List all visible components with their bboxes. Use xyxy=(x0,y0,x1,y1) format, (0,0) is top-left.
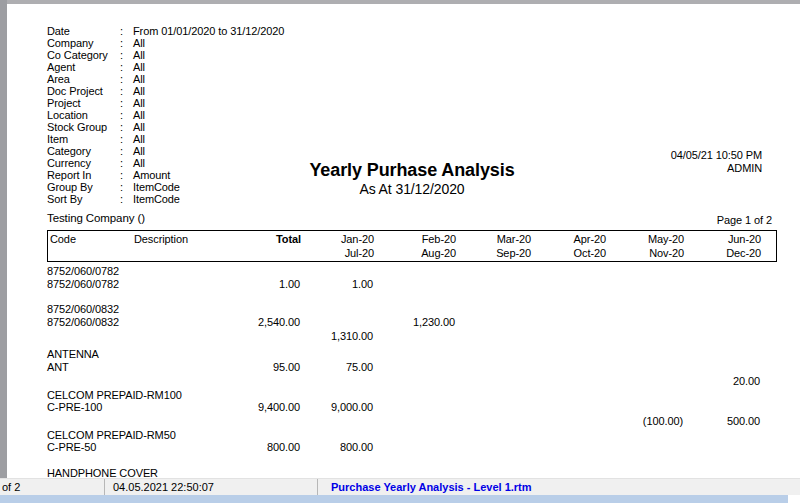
status-bar: of 2 04.05.2021 22:50:07 Purchase Yearly… xyxy=(0,478,800,495)
filter-colon: : xyxy=(120,145,123,157)
group-label: CELCOM PREPAID-RM50 xyxy=(0,429,800,441)
filter-colon: : xyxy=(120,97,123,109)
filter-value: All xyxy=(133,133,145,145)
filter-label: Company xyxy=(47,37,93,49)
company-name: Testing Company () xyxy=(47,212,145,224)
filter-row: Item:All xyxy=(0,133,800,145)
month-value: 1,230.00 xyxy=(365,316,455,328)
month-value: 20.00 xyxy=(670,375,760,387)
filter-colon: : xyxy=(120,85,123,97)
filter-colon: : xyxy=(120,73,123,85)
group-label: 8752/060/0832 xyxy=(0,303,800,315)
status-template-name: Purchase Yearly Analysis - Level 1.rtm xyxy=(319,479,800,495)
filter-value: All xyxy=(133,121,145,133)
filter-label: Project xyxy=(47,97,81,109)
item-code: ANT xyxy=(47,361,69,373)
month-value: 1,310.00 xyxy=(283,330,373,342)
report-preview-page: Date:From 01/01/2020 to 31/12/2020 Compa… xyxy=(0,0,800,503)
month-value: 800.00 xyxy=(283,441,373,453)
status-page-indicator: of 2 xyxy=(0,479,105,495)
filter-value: All xyxy=(133,49,145,61)
month-value: 500.00 xyxy=(670,415,760,427)
group-label: ANTENNA xyxy=(0,348,800,360)
total-value: 2,540.00 xyxy=(190,316,300,328)
group-name: ANTENNA xyxy=(47,348,99,360)
filter-colon: : xyxy=(120,25,123,37)
page-number: Page 1 of 2 xyxy=(717,214,772,226)
item-row-jan-jun: 8752/060/0832 2,540.00 1,230.00 xyxy=(0,316,800,328)
month-value: 9,000.00 xyxy=(283,401,373,413)
table-header: Code Description Total Jan-20 Feb-20 Mar… xyxy=(47,230,777,262)
col-header-month: Jul-20 xyxy=(284,247,374,259)
item-code: 8752/060/0782 xyxy=(47,278,119,290)
report-subtitle: As At 31/12/2020 xyxy=(47,181,777,197)
filter-row: Agent:All xyxy=(0,61,800,73)
item-row-jan-jun: ANT 95.00 75.00 xyxy=(0,361,800,373)
filter-row: Project:All xyxy=(0,97,800,109)
filter-colon: : xyxy=(120,49,123,61)
filter-label: Stock Group xyxy=(47,121,107,133)
item-code: C-PRE-100 xyxy=(47,401,102,413)
item-row-jul-dec: (100.00) 500.00 xyxy=(0,415,800,427)
report-title: Yearly Purhase Analysis xyxy=(47,160,777,180)
item-row-jan-jun: 8752/060/0782 1.00 1.00 xyxy=(0,278,800,290)
horizontal-scrollbar[interactable] xyxy=(0,495,788,503)
filter-row: Date:From 01/01/2020 to 31/12/2020 xyxy=(0,25,800,37)
filter-row: Area:All xyxy=(0,73,800,85)
filter-row: Stock Group:All xyxy=(0,121,800,133)
col-header-month: Jan-20 xyxy=(284,233,374,245)
filter-row: Doc Project:All xyxy=(0,85,800,97)
filter-row: Company:All xyxy=(0,37,800,49)
filter-label: Item xyxy=(47,133,68,145)
group-name: 8752/060/0782 xyxy=(47,265,119,277)
filter-value: All xyxy=(133,85,145,97)
item-row-jul-dec: 1,310.00 xyxy=(0,330,800,342)
filter-label: Category xyxy=(47,145,91,157)
item-code: 8752/060/0832 xyxy=(47,316,119,328)
filter-label: Date xyxy=(47,25,70,37)
preview-frame-left-edge xyxy=(0,0,7,478)
col-header-description: Description xyxy=(134,233,188,245)
group-name: CELCOM PREPAID-RM50 xyxy=(47,429,176,441)
filter-value: All xyxy=(133,145,145,157)
col-header-month: Apr-20 xyxy=(516,233,606,245)
group-label: 8752/060/0782 xyxy=(0,265,800,277)
table-header-row-2: Jul-20 Aug-20 Sep-20 Oct-20 Nov-20 Dec-2… xyxy=(48,247,776,259)
col-header-month: Jun-20 xyxy=(671,233,761,245)
col-header-month: Oct-20 xyxy=(516,247,606,259)
item-row-jan-jun: C-PRE-50 800.00 800.00 xyxy=(0,441,800,453)
filter-colon: : xyxy=(120,61,123,73)
filter-value: From 01/01/2020 to 31/12/2020 xyxy=(133,25,284,37)
filter-colon: : xyxy=(120,133,123,145)
item-code: C-PRE-50 xyxy=(47,441,96,453)
filter-row: Co Category:All xyxy=(0,49,800,61)
item-row-jan-jun: C-PRE-100 9,400.00 9,000.00 xyxy=(0,401,800,413)
filter-value: All xyxy=(133,73,145,85)
group-label: CELCOM PREPAID-RM100 xyxy=(0,389,800,401)
col-header-month: Dec-20 xyxy=(671,247,761,259)
table-header-row-1: Code Description Total Jan-20 Feb-20 Mar… xyxy=(48,233,776,245)
filter-label: Agent xyxy=(47,61,75,73)
filter-value: All xyxy=(133,97,145,109)
filter-label: Location xyxy=(47,109,88,121)
preview-frame-top-edge xyxy=(0,0,800,4)
filter-label: Doc Project xyxy=(47,85,103,97)
filter-colon: : xyxy=(120,121,123,133)
filter-colon: : xyxy=(120,109,123,121)
col-header-code: Code xyxy=(50,233,76,245)
filter-value: All xyxy=(133,61,145,73)
filter-label: Co Category xyxy=(47,49,108,61)
filter-label: Area xyxy=(47,73,70,85)
filter-colon: : xyxy=(120,37,123,49)
filter-value: All xyxy=(133,37,145,49)
group-name: CELCOM PREPAID-RM100 xyxy=(47,389,182,401)
filter-row: Location:All xyxy=(0,109,800,121)
group-name: 8752/060/0832 xyxy=(47,303,119,315)
status-timestamp: 04.05.2021 22:50:07 xyxy=(106,479,318,495)
month-value: 75.00 xyxy=(283,361,373,373)
item-row-jul-dec: 20.00 xyxy=(0,375,800,387)
filter-value: All xyxy=(133,109,145,121)
month-value: 1.00 xyxy=(283,278,373,290)
